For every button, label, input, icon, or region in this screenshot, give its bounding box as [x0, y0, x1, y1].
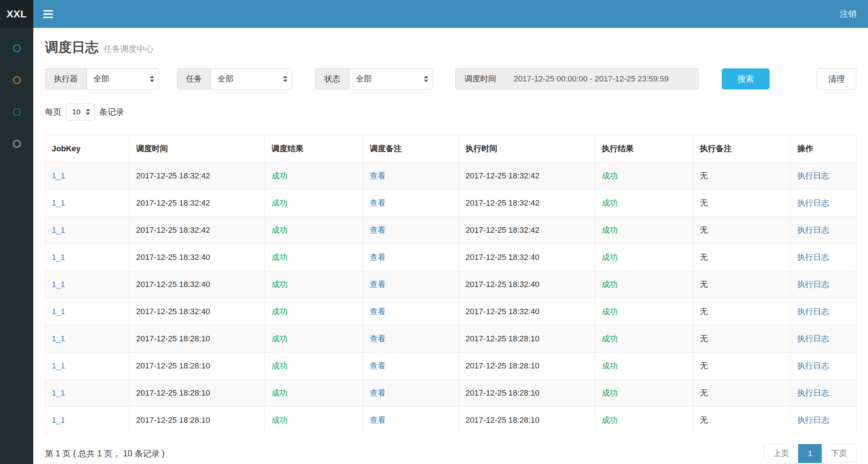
select-arrows-icon [424, 76, 428, 82]
trigger-time-range-input[interactable]: 2017-12-25 00:00:00 - 2017-12-25 23:59:5… [505, 68, 699, 89]
pagination: 上页 1 下页 [764, 444, 856, 463]
search-button[interactable]: 搜索 [722, 68, 770, 89]
current-page-button[interactable]: 1 [798, 444, 822, 463]
jobkey-link[interactable]: 1_1 [52, 388, 65, 397]
cell-action: 执行日志 [791, 190, 856, 217]
executor-select[interactable]: 全部 [87, 68, 159, 89]
cell-jobkey: 1_1 [45, 217, 130, 244]
page-title: 调度日志 [45, 40, 98, 55]
view-exec-log-link[interactable]: 执行日志 [797, 253, 829, 262]
column-header: JobKey [45, 135, 130, 163]
cell-handle_msg: 无 [693, 217, 791, 244]
job-select[interactable]: 全部 [211, 68, 292, 89]
handle-time: 2017-12-25 18:32:40 [465, 280, 539, 289]
trigger-msg-link[interactable]: 查看 [370, 361, 385, 370]
cell-trigger_msg: 查看 [363, 244, 459, 271]
view-exec-log-link[interactable]: 执行日志 [797, 171, 829, 180]
view-exec-log-link[interactable]: 执行日志 [797, 334, 829, 343]
trigger-time: 2017-12-25 18:32:42 [136, 198, 210, 207]
sidebar-item-4[interactable] [0, 128, 33, 160]
jobkey-link[interactable]: 1_1 [52, 280, 65, 289]
page-size-select[interactable]: 10 [66, 103, 95, 121]
table-row: 1_12017-12-25 18:32:40成功查看2017-12-25 18:… [45, 271, 856, 298]
cell-trigger_msg: 查看 [363, 380, 459, 407]
handle-result: 成功 [602, 388, 618, 397]
cell-action: 执行日志 [791, 353, 856, 380]
app-logo[interactable]: XXL [0, 0, 33, 28]
jobkey-link[interactable]: 1_1 [52, 253, 65, 262]
trigger-msg-link[interactable]: 查看 [370, 416, 385, 425]
page-size-suffix: 条记录 [99, 106, 124, 118]
sidebar-toggle-button[interactable] [33, 0, 63, 28]
sidebar-item-3[interactable] [0, 96, 33, 128]
trigger-msg-link[interactable]: 查看 [370, 334, 385, 343]
sidebar-item-2[interactable] [0, 64, 33, 96]
column-header: 调度时间 [130, 135, 265, 163]
cell-jobkey: 1_1 [45, 163, 130, 190]
cell-trigger_time: 2017-12-25 18:28:10 [130, 407, 265, 434]
handle-result: 成功 [602, 280, 618, 289]
trigger-result: 成功 [271, 225, 287, 235]
cell-trigger_msg: 查看 [363, 217, 459, 244]
next-page-button[interactable]: 下页 [822, 444, 856, 463]
cell-trigger_result: 成功 [265, 163, 363, 190]
clear-logs-button[interactable]: 清理 [817, 68, 856, 89]
trigger-msg-link[interactable]: 查看 [370, 253, 385, 262]
job-select-value: 全部 [218, 73, 233, 84]
cell-trigger_msg: 查看 [363, 163, 459, 190]
sidebar-item-1[interactable] [0, 32, 33, 64]
cell-jobkey: 1_1 [45, 271, 130, 298]
jobkey-link[interactable]: 1_1 [52, 334, 65, 343]
cell-trigger_result: 成功 [265, 244, 363, 271]
trigger-msg-link[interactable]: 查看 [370, 225, 385, 235]
cell-handle_time: 2017-12-25 18:32:42 [459, 217, 595, 244]
cell-trigger_time: 2017-12-25 18:28:10 [130, 380, 265, 407]
jobkey-link[interactable]: 1_1 [52, 198, 65, 207]
trigger-msg-link[interactable]: 查看 [370, 171, 385, 180]
cell-trigger_time: 2017-12-25 18:32:40 [130, 298, 265, 325]
jobkey-link[interactable]: 1_1 [52, 361, 65, 370]
page-header: 调度日志任务调度中心 [42, 28, 859, 57]
trigger-msg-link[interactable]: 查看 [370, 280, 385, 289]
cell-handle_result: 成功 [595, 244, 693, 271]
cell-handle_msg: 无 [693, 380, 791, 407]
cell-jobkey: 1_1 [45, 190, 130, 217]
column-header: 执行备注 [693, 135, 791, 163]
view-exec-log-link[interactable]: 执行日志 [797, 198, 829, 207]
cell-action: 执行日志 [791, 244, 856, 271]
circle-o-icon [13, 45, 21, 52]
cell-trigger_time: 2017-12-25 18:32:40 [130, 271, 265, 298]
status-select[interactable]: 全部 [349, 68, 433, 89]
table-row: 1_12017-12-25 18:32:42成功查看2017-12-25 18:… [45, 190, 856, 217]
trigger-result: 成功 [271, 280, 287, 289]
content-area: 调度日志任务调度中心 执行器 全部 任务 全部 状态 全部 调度时 [33, 28, 868, 464]
jobkey-link[interactable]: 1_1 [52, 171, 65, 180]
prev-page-button[interactable]: 上页 [764, 444, 799, 463]
view-exec-log-link[interactable]: 执行日志 [797, 361, 829, 370]
cell-trigger_result: 成功 [265, 325, 363, 353]
handle-result: 成功 [602, 416, 618, 425]
handle-result: 成功 [602, 253, 618, 262]
trigger-msg-link[interactable]: 查看 [370, 307, 385, 316]
view-exec-log-link[interactable]: 执行日志 [797, 388, 829, 397]
view-exec-log-link[interactable]: 执行日志 [797, 416, 829, 425]
view-exec-log-link[interactable]: 执行日志 [797, 225, 829, 235]
handle-result: 成功 [602, 307, 618, 316]
table-row: 1_12017-12-25 18:32:40成功查看2017-12-25 18:… [45, 298, 856, 325]
cell-trigger_result: 成功 [265, 217, 363, 244]
trigger-msg-link[interactable]: 查看 [370, 388, 385, 397]
view-exec-log-link[interactable]: 执行日志 [797, 280, 829, 289]
cell-trigger_msg: 查看 [363, 325, 459, 353]
column-header: 执行时间 [459, 135, 595, 163]
jobkey-link[interactable]: 1_1 [52, 307, 65, 316]
page-subtitle: 任务调度中心 [104, 44, 153, 54]
trigger-msg-link[interactable]: 查看 [370, 198, 385, 207]
logout-button[interactable]: 注销 [828, 0, 868, 28]
jobkey-link[interactable]: 1_1 [52, 416, 65, 425]
cell-action: 执行日志 [791, 163, 856, 190]
table-row: 1_12017-12-25 18:32:42成功查看2017-12-25 18:… [45, 217, 856, 244]
view-exec-log-link[interactable]: 执行日志 [797, 307, 829, 316]
trigger-time: 2017-12-25 18:28:10 [136, 361, 210, 370]
jobkey-link[interactable]: 1_1 [52, 225, 65, 235]
cell-trigger_time: 2017-12-25 18:32:42 [130, 217, 265, 244]
